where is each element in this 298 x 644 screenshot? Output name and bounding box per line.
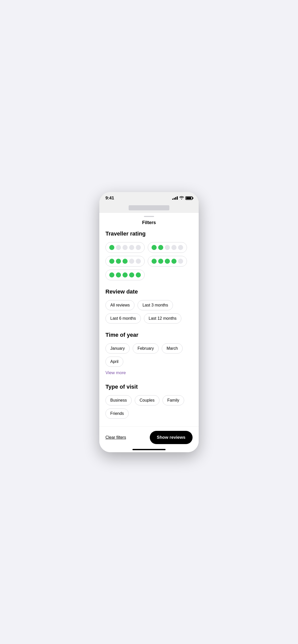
circle-empty xyxy=(129,245,134,250)
circle-filled xyxy=(158,259,163,264)
show-reviews-button[interactable]: Show reviews xyxy=(150,431,193,444)
february-pill[interactable]: February xyxy=(133,343,159,354)
circle-filled xyxy=(158,245,163,250)
last-6-months-pill[interactable]: Last 6 months xyxy=(105,313,141,324)
family-pill[interactable]: Family xyxy=(162,395,184,405)
circle-filled xyxy=(129,272,134,277)
clear-filters-button[interactable]: Clear filters xyxy=(105,435,126,440)
home-indicator xyxy=(132,449,166,450)
time-of-year-section: Time of year January February March Apri… xyxy=(105,332,193,375)
view-more-link[interactable]: View more xyxy=(105,370,126,375)
review-date-pills: All reviews Last 3 months Last 6 months … xyxy=(105,300,193,324)
drag-handle[interactable] xyxy=(144,216,154,217)
circle-filled xyxy=(123,259,128,264)
last-12-months-pill[interactable]: Last 12 months xyxy=(144,313,181,324)
status-bar: 9:41 xyxy=(99,192,199,203)
last-3-months-pill[interactable]: Last 3 months xyxy=(138,300,173,310)
circle-filled xyxy=(116,259,121,264)
sheet-title: Filters xyxy=(99,219,199,230)
circle-filled xyxy=(116,272,121,277)
circle-empty xyxy=(178,245,183,250)
battery-fill xyxy=(186,197,191,199)
month-pills: January February March April xyxy=(105,343,193,367)
circle-filled xyxy=(171,259,177,264)
circle-empty xyxy=(129,259,134,264)
drag-handle-container xyxy=(99,213,199,219)
review-date-title: Review date xyxy=(105,288,193,295)
rating-2-pill[interactable] xyxy=(148,242,187,253)
circle-filled xyxy=(165,259,170,264)
bottom-bar: Clear filters Show reviews xyxy=(99,427,199,452)
circle-filled xyxy=(152,259,157,264)
signal-bars-icon xyxy=(172,196,178,200)
circle-empty xyxy=(123,245,128,250)
sheet-content: Filters Traveller rating xyxy=(99,213,199,452)
circle-empty xyxy=(136,245,141,250)
circle-empty xyxy=(171,245,177,250)
rating-5-pill[interactable] xyxy=(105,270,145,280)
rating-grid xyxy=(105,242,193,280)
status-time: 9:41 xyxy=(105,196,114,201)
type-of-visit-section: Type of visit Business Couples Family Fr… xyxy=(105,384,193,419)
couples-pill[interactable]: Couples xyxy=(135,395,159,405)
scroll-area: Traveller rating xyxy=(99,230,199,452)
circle-empty xyxy=(165,245,170,250)
friends-pill[interactable]: Friends xyxy=(105,408,129,419)
wifi-icon xyxy=(179,196,184,200)
circle-filled xyxy=(123,272,128,277)
april-pill[interactable]: April xyxy=(105,357,123,367)
circle-filled xyxy=(109,272,114,277)
review-date-section: Review date All reviews Last 3 months La… xyxy=(105,288,193,324)
status-icons xyxy=(172,196,193,200)
circle-filled xyxy=(109,245,114,250)
march-pill[interactable]: March xyxy=(162,343,183,354)
circle-empty xyxy=(178,259,183,264)
all-reviews-pill[interactable]: All reviews xyxy=(105,300,134,310)
time-of-year-title: Time of year xyxy=(105,332,193,338)
battery-icon xyxy=(185,196,193,200)
circle-filled xyxy=(136,272,141,277)
business-pill[interactable]: Business xyxy=(105,395,132,405)
phone-frame: 9:41 xyxy=(99,192,199,452)
circle-empty xyxy=(116,245,121,250)
rating-4-pill[interactable] xyxy=(148,256,187,267)
january-pill[interactable]: January xyxy=(105,343,130,354)
circle-filled xyxy=(109,259,114,264)
traveller-rating-title: Traveller rating xyxy=(105,230,193,237)
circle-filled xyxy=(152,245,157,250)
traveller-rating-section: Traveller rating xyxy=(105,230,193,280)
type-of-visit-title: Type of visit xyxy=(105,384,193,390)
ghost-header xyxy=(99,203,199,213)
rating-1-pill[interactable] xyxy=(105,242,145,253)
rating-3-pill[interactable] xyxy=(105,256,145,267)
visit-type-pills: Business Couples Family Friends xyxy=(105,395,193,419)
circle-empty xyxy=(136,259,141,264)
